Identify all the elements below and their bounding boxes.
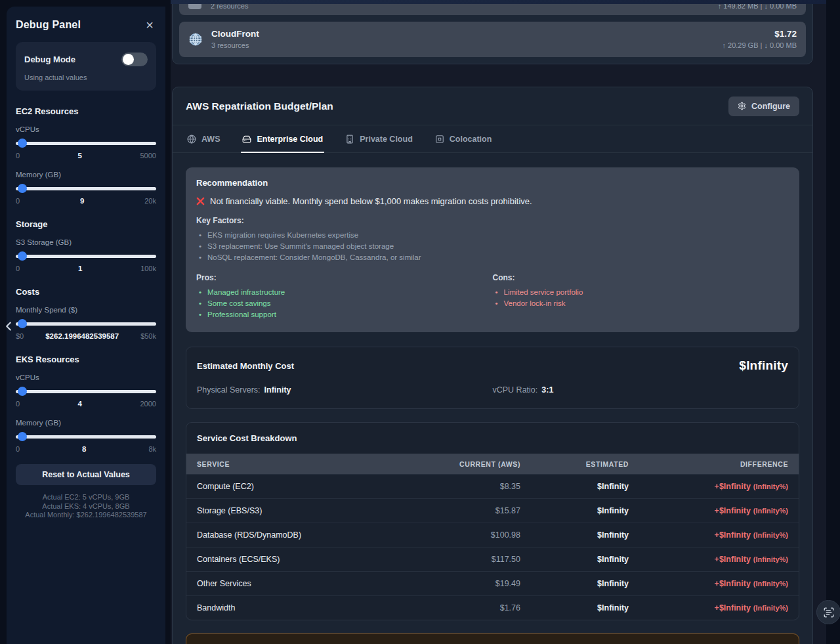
actual-eks-text: Actual EKS: 4 vCPUs, 8GB [16, 502, 156, 511]
ec2-vcpus-value: 5 [78, 152, 82, 160]
cell-service: Containers (ECS/EKS) [197, 555, 409, 564]
ec2-vcpus-label: vCPUs [16, 125, 156, 133]
debug-mode-status: Using actual values [24, 74, 148, 81]
column-header-difference: DIFFERENCE [629, 460, 788, 468]
service-cost: $1.72 [722, 29, 797, 39]
recommendation-verdict: Not financially viable. Monthly spend be… [210, 196, 532, 206]
table-row: Storage (EBS/S3) $15.87 $Infinity +$Infi… [186, 498, 799, 523]
cell-estimated: $Infinity [520, 603, 629, 612]
cell-current: $100.98 [409, 530, 520, 540]
cell-difference: +$Infinity(Infinity%) [629, 555, 788, 564]
ec2-vcpus-slider[interactable] [16, 139, 156, 148]
budget-title: AWS Repatriation Budget/Plan [186, 100, 333, 112]
table-row: Bandwidth $1.76 $Infinity +$Infinity(Inf… [186, 595, 799, 620]
cell-current: $117.50 [409, 555, 520, 564]
ec2-memory-value: 9 [80, 197, 84, 205]
estimated-monthly-cost-card: Estimated Monthly Cost $Infinity Physica… [186, 347, 799, 409]
debug-panel-title: Debug Panel [16, 19, 81, 31]
con-item: Vendor lock-in risk [493, 298, 789, 309]
section-heading-ec2: EC2 Resources [16, 106, 156, 116]
debug-panel: Debug Panel × Debug Mode Using actual va… [7, 7, 165, 644]
right-edge-strip [826, 0, 840, 644]
top-edge-strip [171, 0, 826, 4]
cell-estimated: $Infinity [520, 555, 629, 564]
eks-memory-label: Memory (GB) [16, 419, 156, 427]
cell-current: $8.35 [409, 482, 520, 491]
monthly-spend-max: $50k [140, 332, 156, 340]
tab-label: Colocation [450, 135, 492, 144]
slider-thumb[interactable] [18, 184, 27, 193]
monthly-spend-slider[interactable] [16, 319, 156, 328]
eks-vcpus-slider[interactable] [16, 387, 156, 396]
section-heading-storage: Storage [16, 219, 156, 229]
tab-aws[interactable]: AWS [186, 125, 221, 153]
budget-plan-card: AWS Repatriation Budget/Plan Configure A… [172, 87, 813, 644]
cell-estimated: $Infinity [520, 506, 629, 515]
estimate-heading: Estimated Monthly Cost [197, 361, 294, 371]
provider-tabs: AWS Enterprise Cloud Private Cloud Coloc… [173, 125, 812, 153]
server-icon [242, 135, 251, 144]
tab-label: Enterprise Cloud [257, 135, 323, 144]
service-subtitle: 3 resources [211, 41, 259, 50]
tab-enterprise-cloud[interactable]: Enterprise Cloud [241, 125, 324, 153]
slider-thumb[interactable] [18, 251, 27, 261]
cell-difference: +$Infinity(Infinity%) [629, 506, 788, 515]
debug-mode-toggle[interactable] [121, 53, 148, 66]
cell-difference: +$Infinity(Infinity%) [629, 603, 788, 612]
s3-storage-value: 1 [78, 265, 82, 272]
box-in-box-icon [435, 135, 444, 144]
cell-estimated: $Infinity [520, 482, 629, 491]
eks-vcpus-value: 4 [78, 400, 82, 408]
service-traffic-stats: ↑ 20.29 GB | ↓ 0.00 MB [722, 41, 797, 50]
cell-current: $19.49 [409, 579, 520, 588]
ec2-memory-label: Memory (GB) [16, 171, 156, 179]
table-row: Compute (EC2) $8.35 $Infinity +$Infinity… [186, 474, 799, 498]
eks-memory-min: 0 [16, 445, 20, 453]
cell-service: Database (RDS/DynamoDB) [197, 530, 409, 540]
cons-list: Limited service portfolio Vendor lock-in… [493, 287, 789, 309]
s3-storage-slider[interactable] [16, 251, 156, 261]
tab-label: AWS [201, 135, 220, 144]
pros-label: Pros: [196, 273, 493, 282]
collapse-panel-chevron-left-icon[interactable] [1, 319, 16, 336]
eks-vcpus-min: 0 [16, 400, 20, 408]
slider-thumb[interactable] [18, 387, 27, 396]
tab-private-cloud[interactable]: Private Cloud [344, 125, 414, 153]
red-x-icon [196, 197, 205, 205]
tab-colocation[interactable]: Colocation [434, 125, 494, 153]
slider-thumb[interactable] [18, 432, 27, 441]
cons-column: Cons: Limited service portfolio Vendor l… [493, 273, 789, 320]
configure-button[interactable]: Configure [728, 97, 799, 116]
cell-service: Other Services [197, 579, 409, 588]
pro-item: Managed infrastructure [196, 287, 493, 298]
breakdown-heading: Service Cost Breakdown [186, 423, 799, 454]
key-factor-item: S3 replacement: Use Summit's managed obj… [196, 241, 789, 252]
globe-icon [188, 32, 203, 47]
ec2-memory-slider[interactable] [16, 184, 156, 193]
cons-label: Cons: [493, 273, 789, 282]
gear-icon [738, 102, 746, 110]
cell-estimated: $Infinity [520, 530, 629, 540]
debug-mode-label: Debug Mode [24, 54, 75, 64]
table-header-row: SERVICE CURRENT (AWS) ESTIMATED DIFFEREN… [186, 454, 799, 474]
main-content: 2 resources ↑ 149.82 MB | ↓ 0.00 MB Clou… [171, 0, 826, 644]
column-header-estimated: ESTIMATED [520, 460, 629, 468]
cell-service: Storage (EBS/S3) [197, 506, 409, 515]
table-row: Other Services $19.49 $Infinity +$Infini… [186, 571, 799, 595]
close-icon[interactable]: × [143, 18, 156, 32]
pros-list: Managed infrastructure Some cost savings… [196, 287, 493, 320]
debug-mode-card: Debug Mode Using actual values [16, 42, 156, 91]
reset-to-actual-values-button[interactable]: Reset to Actual Values [16, 464, 156, 485]
physical-servers-label: Physical Servers: [197, 385, 261, 395]
scan-fab-button[interactable] [816, 600, 840, 624]
eks-memory-slider[interactable] [16, 432, 156, 441]
services-card: 2 resources ↑ 149.82 MB | ↓ 0.00 MB Clou… [172, 0, 813, 64]
s3-storage-min: 0 [16, 265, 20, 272]
service-name: CloudFront [211, 29, 259, 39]
slider-thumb[interactable] [18, 139, 27, 148]
app-root: Debug Panel × Debug Mode Using actual va… [0, 0, 840, 644]
scan-text-icon [823, 607, 835, 618]
slider-thumb[interactable] [18, 319, 27, 328]
service-row-cloudfront[interactable]: CloudFront 3 resources $1.72 ↑ 20.29 GB … [179, 22, 806, 57]
tab-label: Private Cloud [360, 135, 413, 144]
